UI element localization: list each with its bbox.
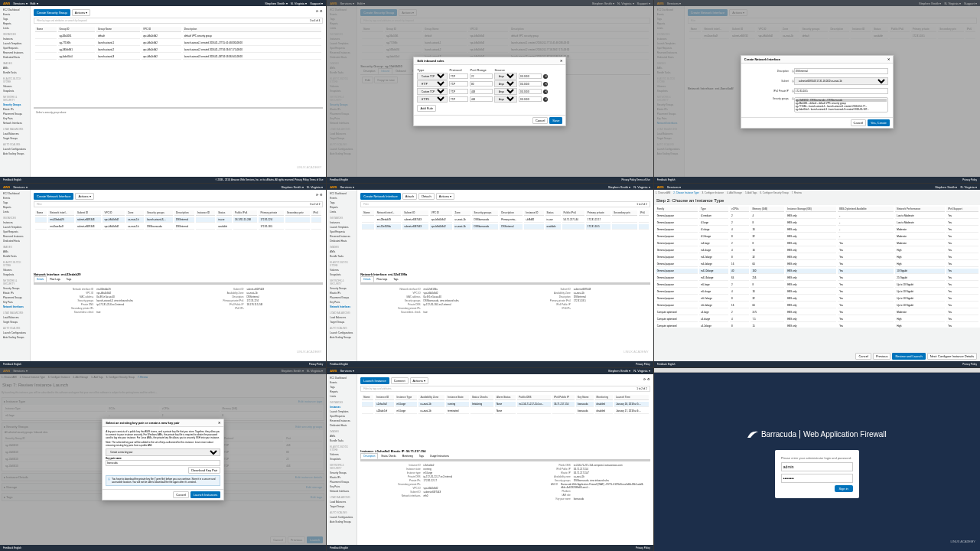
table-row[interactable]: Compute optimizedc4.xlarge47.5EBS onlyYe… <box>656 317 978 322</box>
review-launch-button[interactable]: Review and Launch <box>892 353 925 360</box>
sidebar-item[interactable]: Network Interfaces <box>328 305 355 309</box>
previous-button[interactable]: Previous <box>873 353 891 360</box>
table-row[interactable]: Compute optimizedc4.2xlarge815EBS onlyYe… <box>656 324 978 328</box>
table-row[interactable]: General purposem4.10xlarge40160EBS onlyY… <box>656 269 978 274</box>
sidebar-item[interactable]: Limits <box>2 26 28 31</box>
aws-logo[interactable]: AWS <box>3 2 10 5</box>
save-button[interactable]: Save <box>549 117 562 124</box>
table-row[interactable]: General purposet2.large28EBS only-Low to… <box>656 220 978 226</box>
table-row[interactable]: sg-06a5091defaultvpc-b8a0c8d2default VPC… <box>35 34 321 39</box>
yes-create-button[interactable]: Yes, Create <box>868 119 890 126</box>
rule-type[interactable]: Custom TCP Rule <box>417 73 448 80</box>
signin-button[interactable]: Sign in <box>835 485 853 492</box>
table-row[interactable]: eni-52e3199asubnet-e60f7443vpc-b8a0c8d2u… <box>362 224 648 230</box>
table-row[interactable]: eni-03edab29subnet-e60f7443vpc-b8a0c8d2u… <box>362 217 648 223</box>
support-menu[interactable]: Support ▾ <box>310 2 323 5</box>
rule-type[interactable]: Custom TCP Rule <box>417 88 448 95</box>
tab[interactable]: Tags <box>416 453 427 459</box>
feedback-link[interactable]: Feedback <box>3 178 13 181</box>
create-sg-button[interactable]: Create Security Group <box>34 9 70 16</box>
table-row[interactable]: General purposet2.xlarge416EBS only-Mode… <box>656 227 978 233</box>
add-rule-button[interactable]: Add Rule <box>417 105 435 112</box>
breadcrumb-step[interactable]: 3. Configure Instance <box>702 191 724 194</box>
cancel-button[interactable]: Cancel <box>173 491 188 498</box>
table-row[interactable]: i-00abc1efm5.largeus-east-1bterminatedNo… <box>362 409 648 414</box>
sidebar-item[interactable]: Dedicated Hosts <box>328 423 355 428</box>
table-row[interactable]: General purposem5.2xlarge832EBS onlyYesU… <box>656 296 978 302</box>
keypair-choice[interactable]: Create a new key pair <box>106 448 220 456</box>
sidebar-item[interactable]: Network Interfaces <box>328 489 355 494</box>
rule-type[interactable]: HTTPS <box>417 96 448 103</box>
launch-instance-button[interactable]: Launch Instance <box>360 377 389 384</box>
breadcrumb-step[interactable]: 1. Choose AMI <box>656 191 671 194</box>
ipv4-input[interactable] <box>794 88 888 94</box>
settings-icon[interactable] <box>320 9 323 16</box>
detach-button[interactable]: Detach <box>418 193 435 200</box>
sidebar-item[interactable]: Dedicated Hosts <box>2 55 28 60</box>
breadcrumb-step[interactable]: 7. Review <box>792 191 802 194</box>
table-row[interactable]: i-0cfsa9o2m5.largeus-east-1brunningIniti… <box>362 402 648 407</box>
table-row[interactable]: sg-4abc04c4launch-wizard-3vpc-b8a0c8d2la… <box>35 54 321 60</box>
table-row[interactable]: General purposem4.16xlarge64256EBS onlyY… <box>656 276 978 281</box>
region-menu[interactable]: N. Virginia ▾ <box>291 2 308 5</box>
password-input[interactable] <box>781 474 853 483</box>
sidebar-item[interactable]: Network Interfaces <box>2 121 28 126</box>
tab[interactable]: Details <box>360 276 373 282</box>
table-row[interactable]: General purposet2.2xlarge832EBS only-Mod… <box>656 234 978 240</box>
breadcrumb-step[interactable]: 2. Choose Instance Type <box>673 191 698 194</box>
sidebar-item[interactable]: Dedicated Hosts <box>328 239 355 243</box>
tab[interactable]: Description <box>360 453 378 459</box>
rule-type[interactable]: HTTP <box>417 80 448 87</box>
connect-button[interactable]: Connect <box>391 377 409 384</box>
table-row[interactable]: sg-77196fclaunch-wizard-1vpc-b8a0c8d2lau… <box>35 41 321 46</box>
edit-menu[interactable]: Edit ▾ <box>31 2 38 5</box>
table-row[interactable]: General purposem4.xlarge416EBS onlyYesHi… <box>656 248 978 253</box>
table-row[interactable]: General purposem4.2xlarge832EBS onlyYesH… <box>656 255 978 260</box>
remove-rule-icon[interactable]: ✕ <box>543 97 548 102</box>
table-row[interactable]: General purposem4.4xlarge1664EBS onlyYes… <box>656 262 978 267</box>
tab[interactable]: Tags <box>63 276 74 282</box>
description-input[interactable] <box>794 68 888 74</box>
table-row[interactable]: eni-0aec6a4fsubnet-e60f7443vpc-b8a0c8d2u… <box>35 224 321 230</box>
breadcrumb-step[interactable]: 6. Configure Security Group <box>760 191 789 194</box>
table-row[interactable]: General purposet2.medium24EBS only-Low t… <box>656 214 978 219</box>
close-icon[interactable] <box>218 421 220 425</box>
actions-button[interactable]: Actions ▾ <box>72 9 90 16</box>
sidebar-item[interactable]: Limits <box>328 394 355 399</box>
cancel-button[interactable]: Cancel <box>532 117 548 124</box>
cancel-button[interactable]: Cancel <box>851 119 866 126</box>
remove-rule-icon[interactable]: ✕ <box>543 74 548 79</box>
tab[interactable]: Usage Instructions <box>427 453 452 459</box>
tab[interactable]: Status Checks <box>378 453 399 459</box>
tab[interactable]: Flow Logs <box>47 276 63 282</box>
services-menu[interactable]: Services ▾ <box>13 2 27 5</box>
attach-button[interactable]: Attach <box>402 193 417 200</box>
cancel-button[interactable]: Cancel <box>855 353 871 360</box>
next-button[interactable]: Next: Configure Instance Details <box>927 353 977 360</box>
remove-rule-icon[interactable]: ✕ <box>543 90 548 94</box>
table-row[interactable]: Compute optimizedc4.large23.75EBS onlyYe… <box>656 310 978 315</box>
subnet-select[interactable]: subnet-e60f7443 17.31.16.0/20 us-east-1b <box>794 77 888 85</box>
table-row[interactable]: General purposem5.4xlarge1664EBS onlyYes… <box>656 303 978 308</box>
table-row[interactable]: eni-03edab29subnet-e60f7443vpc-b8a0c8d2u… <box>35 217 321 223</box>
breadcrumb-step[interactable]: 5. Add Tags <box>745 191 757 194</box>
username-input[interactable] <box>781 462 853 471</box>
keypair-name-input[interactable] <box>106 460 220 466</box>
english-link[interactable]: English <box>14 178 21 181</box>
tab[interactable]: Tags <box>390 276 401 282</box>
download-keypair-button[interactable]: Download Key Pair <box>188 467 220 474</box>
refresh-icon[interactable] <box>316 9 318 16</box>
user-menu[interactable]: Stephen Smith ▾ <box>265 2 287 5</box>
search-input[interactable]: Filter by tags and attributes or search … <box>37 19 87 22</box>
table-row[interactable]: General purposem4.large28EBS onlyYesMode… <box>656 241 978 246</box>
remove-rule-icon[interactable]: ✕ <box>543 82 548 86</box>
tab[interactable]: Details <box>34 276 47 282</box>
sidebar-item[interactable]: Limits <box>2 210 28 214</box>
close-icon[interactable] <box>887 57 890 61</box>
tab[interactable]: Flow Logs <box>374 276 391 282</box>
sidebar-item[interactable]: Network Interfaces <box>2 305 28 309</box>
breadcrumb-step[interactable]: 4. Add Storage <box>727 191 742 194</box>
launch-instances-button[interactable]: Launch Instances <box>190 491 220 498</box>
table-row[interactable]: General purposem5.large28EBS onlyYesUp t… <box>656 282 978 288</box>
tab[interactable]: Monitoring <box>399 453 416 459</box>
